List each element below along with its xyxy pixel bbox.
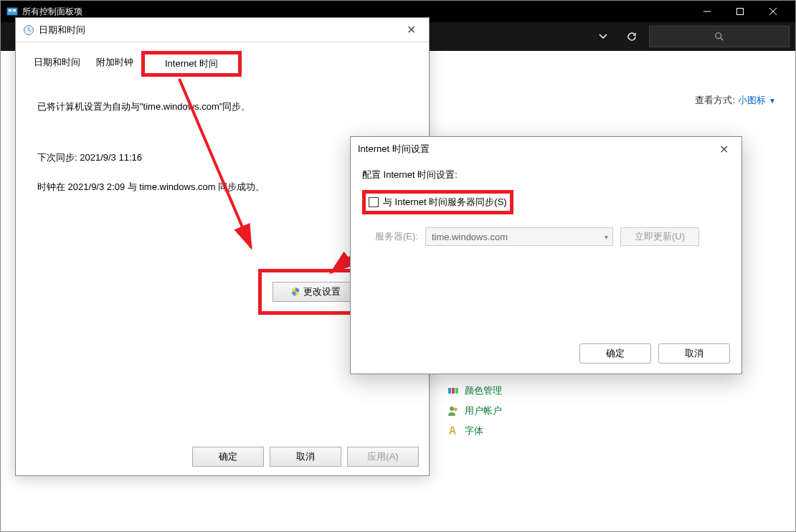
view-mode-label: 查看方式:: [695, 94, 735, 107]
dialog-close-button[interactable]: ✕: [400, 19, 422, 41]
user-icon: [447, 405, 459, 417]
minimize-button[interactable]: [691, 1, 724, 22]
cp-item-color[interactable]: 颜色管理: [447, 384, 502, 397]
inet-body: 配置 Internet 时间设置: 与 Internet 时间服务器同步(S) …: [351, 161, 741, 253]
chevron-down-icon: ▾: [605, 233, 608, 241]
change-settings-button[interactable]: 更改设置: [273, 282, 359, 302]
tabs: 日期和时间 附加时钟 Internet 时间: [16, 42, 429, 77]
font-icon: [447, 425, 459, 437]
sync-checkbox-highlight: 与 Internet 时间服务器同步(S): [362, 190, 513, 214]
inet-titlebar: Internet 时间设置 ✕: [351, 137, 741, 161]
server-label: 服务器(E):: [375, 230, 418, 243]
control-panel-items: 颜色管理 用户帐户 字体: [447, 384, 502, 437]
svg-rect-10: [452, 388, 455, 394]
cp-item-label: 字体: [465, 424, 483, 437]
cp-item-user[interactable]: 用户帐户: [447, 404, 502, 417]
cp-item-label: 用户帐户: [465, 404, 502, 417]
sync-checkbox-label: 与 Internet 时间服务器同步(S): [383, 196, 507, 209]
cancel-button[interactable]: 取消: [270, 447, 341, 467]
clock-icon: [23, 24, 34, 36]
dialog-buttons: 确定 取消 应用(A): [192, 447, 419, 467]
inet-buttons: 确定 取消: [579, 343, 730, 364]
window-controls: [691, 1, 790, 22]
cp-item-label: 颜色管理: [465, 384, 502, 397]
inet-title-text: Internet 时间设置: [358, 143, 713, 156]
outer-title: 所有控制面板项: [22, 6, 691, 18]
maximize-button[interactable]: [724, 1, 757, 22]
inet-ok-button[interactable]: 确定: [579, 343, 651, 364]
close-button[interactable]: [757, 1, 790, 22]
server-value: time.windows.com: [432, 232, 508, 242]
svg-rect-9: [448, 388, 451, 394]
search-box[interactable]: [649, 26, 790, 47]
tab-internet-time[interactable]: Internet 时间: [141, 51, 242, 77]
internet-time-dialog: Internet 时间设置 ✕ 配置 Internet 时间设置: 与 Inte…: [350, 136, 742, 374]
svg-rect-11: [455, 388, 458, 394]
sync-checkbox[interactable]: [369, 197, 379, 207]
tab-additional-clocks[interactable]: 附加时钟: [88, 51, 141, 77]
view-mode-value[interactable]: 小图标: [738, 94, 766, 107]
tab-datetime[interactable]: 日期和时间: [26, 51, 88, 77]
shield-icon: [290, 287, 300, 297]
svg-point-13: [454, 408, 458, 412]
inet-close-button[interactable]: ✕: [713, 138, 734, 160]
control-panel-icon: [6, 6, 18, 17]
apply-button[interactable]: 应用(A): [347, 447, 419, 467]
inet-cancel-button[interactable]: 取消: [658, 343, 730, 364]
svg-rect-1: [9, 9, 11, 11]
svg-rect-2: [13, 9, 16, 11]
dropdown-button[interactable]: [592, 25, 615, 48]
config-label: 配置 Internet 时间设置:: [362, 168, 730, 181]
refresh-button[interactable]: [620, 25, 643, 48]
svg-line-8: [721, 38, 724, 41]
change-settings-label: 更改设置: [303, 285, 341, 298]
svg-point-12: [450, 407, 454, 411]
server-row: 服务器(E): time.windows.com ▾ 立即更新(U): [362, 227, 730, 246]
server-combo[interactable]: time.windows.com ▾: [425, 227, 613, 246]
sync-info-text: 已将计算机设置为自动与"time.windows.com"同步。: [37, 100, 407, 115]
svg-rect-4: [737, 9, 744, 15]
dialog-title: 日期和时间: [39, 24, 400, 37]
view-mode: 查看方式: 小图标 ▼: [695, 94, 776, 107]
update-now-button[interactable]: 立即更新(U): [620, 227, 699, 246]
cp-item-font[interactable]: 字体: [447, 424, 502, 437]
dialog-titlebar: 日期和时间 ✕: [16, 18, 429, 42]
ok-button[interactable]: 确定: [192, 447, 264, 467]
svg-point-7: [716, 33, 721, 39]
chevron-down-icon[interactable]: ▼: [769, 97, 776, 105]
color-icon: [447, 385, 459, 396]
